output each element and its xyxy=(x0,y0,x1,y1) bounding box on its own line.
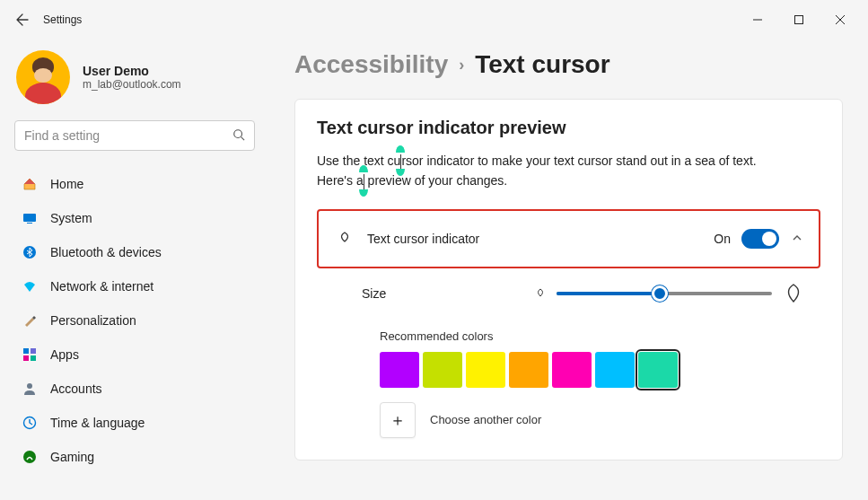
chevron-up-icon[interactable] xyxy=(792,231,802,247)
plus-icon: ＋ xyxy=(390,409,406,431)
colors-heading: Recommended colors xyxy=(380,329,804,343)
preview-heading: Text cursor indicator preview xyxy=(317,118,820,138)
color-swatch[interactable] xyxy=(423,352,462,388)
maximize-icon xyxy=(794,15,803,24)
time-language-icon xyxy=(22,415,38,431)
color-swatch[interactable] xyxy=(380,352,419,388)
text-cursor-indicator-row[interactable]: Text cursor indicator On xyxy=(319,211,819,267)
sidebar-item-home[interactable]: Home xyxy=(14,167,255,201)
sidebar-item-accounts[interactable]: Accounts xyxy=(14,372,255,406)
close-button[interactable] xyxy=(820,5,861,34)
cursor-indicator-demo xyxy=(364,171,364,190)
sidebar-item-personalization[interactable]: Personalization xyxy=(14,303,255,338)
size-max-icon xyxy=(783,284,804,303)
minimize-icon xyxy=(753,15,762,24)
home-icon xyxy=(22,176,38,192)
color-swatch[interactable] xyxy=(509,352,548,388)
size-slider[interactable] xyxy=(557,292,772,295)
sidebar-item-bluetooth[interactable]: Bluetooth & devices xyxy=(14,235,255,269)
indicator-label: Text cursor indicator xyxy=(367,232,479,246)
network-icon xyxy=(22,278,38,294)
minimize-button[interactable] xyxy=(737,5,778,34)
cursor-indicator-demo xyxy=(400,151,401,171)
search-box[interactable] xyxy=(14,120,255,151)
svg-rect-5 xyxy=(23,348,29,354)
sidebar-item-system[interactable]: System xyxy=(14,201,255,235)
color-swatch[interactable] xyxy=(595,352,635,388)
svg-point-1 xyxy=(234,129,242,137)
breadcrumb-parent[interactable]: Accessibility xyxy=(294,50,448,79)
size-min-icon xyxy=(535,288,546,299)
gaming-icon xyxy=(22,449,38,465)
sidebar-item-label: System xyxy=(50,211,92,225)
sidebar-item-label: Accounts xyxy=(50,382,102,396)
sidebar-item-label: Time & language xyxy=(50,416,145,430)
sidebar-item-label: Apps xyxy=(50,347,79,362)
system-icon xyxy=(22,210,38,226)
color-swatch[interactable] xyxy=(466,352,505,388)
search-input[interactable] xyxy=(24,128,232,143)
page-title: Text cursor xyxy=(475,50,609,79)
svg-rect-8 xyxy=(31,355,36,361)
preview-text: Use the text cursor indicator to make yo… xyxy=(317,151,784,191)
avatar xyxy=(16,50,70,104)
svg-rect-0 xyxy=(795,16,803,24)
indicator-toggle[interactable] xyxy=(741,229,779,249)
indicator-row-highlight: Text cursor indicator On xyxy=(317,209,820,268)
sidebar-item-apps[interactable]: Apps xyxy=(14,338,255,372)
svg-rect-2 xyxy=(23,214,36,222)
nav-list: Home System Bluetooth & devices Network … xyxy=(14,167,255,474)
colors-section: Recommended colors ＋ Choose another colo… xyxy=(317,319,820,438)
user-name: User Demo xyxy=(83,64,181,78)
breadcrumb: Accessibility › Text cursor xyxy=(294,50,843,79)
sidebar-item-label: Gaming xyxy=(50,450,94,464)
color-swatch[interactable] xyxy=(638,352,678,388)
chevron-right-icon: › xyxy=(459,56,464,75)
apps-icon xyxy=(22,346,38,363)
user-card[interactable]: User Demo m_lab@outlook.com xyxy=(16,50,255,104)
choose-color-button[interactable]: ＋ xyxy=(380,402,416,438)
sidebar-item-gaming[interactable]: Gaming xyxy=(14,440,255,474)
sidebar: User Demo m_lab@outlook.com Home System … xyxy=(0,39,269,500)
color-swatch[interactable] xyxy=(552,352,592,388)
maximize-button[interactable] xyxy=(778,5,820,34)
settings-card: Text cursor indicator preview Use the te… xyxy=(294,99,843,461)
sidebar-item-label: Bluetooth & devices xyxy=(50,245,162,259)
sidebar-item-label: Personalization xyxy=(50,313,136,328)
toggle-state-label: On xyxy=(714,232,731,246)
choose-color-label: Choose another color xyxy=(430,413,541,426)
svg-rect-7 xyxy=(23,355,29,361)
sidebar-item-label: Network & internet xyxy=(50,279,153,294)
cursor-indicator-icon xyxy=(335,231,355,247)
color-swatches xyxy=(380,352,804,388)
accounts-icon xyxy=(22,381,38,397)
main-content: Accessibility › Text cursor Text cursor … xyxy=(269,39,868,500)
slider-thumb[interactable] xyxy=(652,285,668,302)
svg-rect-3 xyxy=(27,223,32,224)
sidebar-item-network[interactable]: Network & internet xyxy=(14,269,255,303)
sidebar-item-label: Home xyxy=(50,177,83,191)
svg-rect-6 xyxy=(31,348,36,354)
slider-fill xyxy=(557,292,660,295)
svg-point-9 xyxy=(27,383,32,389)
back-button[interactable] xyxy=(7,4,38,35)
size-label: Size xyxy=(362,286,386,301)
size-row: Size xyxy=(317,268,820,319)
window-title: Settings xyxy=(43,13,82,26)
user-email: m_lab@outlook.com xyxy=(83,78,181,91)
personalization-icon xyxy=(22,312,38,329)
close-icon xyxy=(836,15,845,24)
search-icon xyxy=(232,128,245,144)
arrow-left-icon xyxy=(15,13,30,27)
sidebar-item-time-language[interactable]: Time & language xyxy=(14,406,255,440)
bluetooth-icon xyxy=(22,244,38,260)
